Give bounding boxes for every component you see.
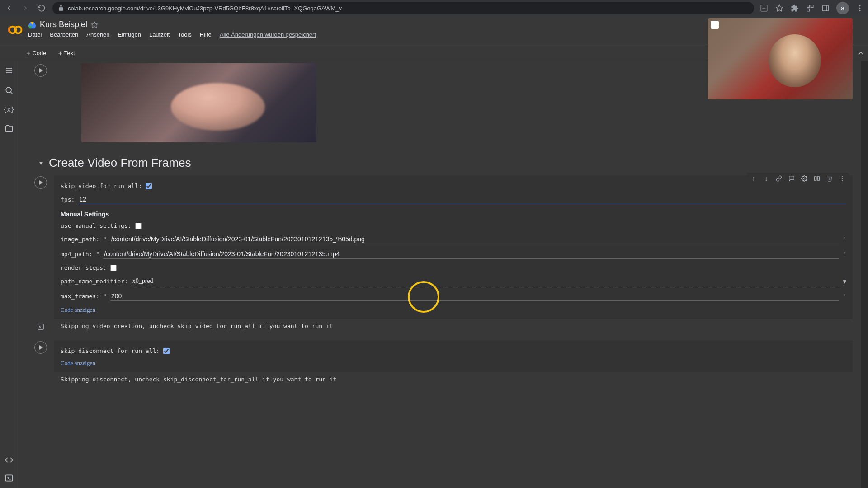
colab-logo-icon[interactable] xyxy=(7,22,24,38)
svg-rect-5 xyxy=(822,5,829,11)
svg-point-7 xyxy=(859,5,861,6)
settings-icon[interactable] xyxy=(800,174,808,183)
skip-disconnect-checkbox[interactable] xyxy=(163,348,170,354)
disconnect-form-cell: skip_disconnect_for_run_all: Code anzeig… xyxy=(27,340,853,372)
quote: " xyxy=(96,251,99,258)
fps-input[interactable] xyxy=(78,195,846,204)
section-title: Create Video From Frames xyxy=(49,156,191,170)
terminal-icon[interactable] xyxy=(5,474,14,483)
menu-help[interactable]: Hilfe xyxy=(200,31,212,38)
webcam-overlay xyxy=(708,18,853,99)
mirror-icon[interactable] xyxy=(813,174,821,183)
quote: " xyxy=(843,236,846,243)
forward-button[interactable] xyxy=(20,3,31,14)
run-button[interactable] xyxy=(34,176,47,189)
svg-rect-27 xyxy=(38,324,43,329)
add-code-button[interactable]: +Code xyxy=(22,48,51,58)
chevron-down-icon[interactable]: ▼ xyxy=(843,278,846,285)
drive-icon xyxy=(28,21,36,29)
output-text: Skipping disconnect, uncheck skip_discon… xyxy=(54,374,853,392)
reload-button[interactable] xyxy=(36,3,47,14)
output-image xyxy=(81,63,316,142)
output-icon[interactable] xyxy=(27,321,54,338)
scrollbar[interactable] xyxy=(861,61,868,488)
quote: " xyxy=(103,293,107,300)
star-icon[interactable] xyxy=(775,4,784,13)
output-row: Skipping disconnect, uncheck skip_discon… xyxy=(27,374,853,392)
link-icon[interactable] xyxy=(775,174,783,183)
notebook-content[interactable]: Create Video From Frames ↑ ↓ ⋮ xyxy=(18,61,861,488)
add-text-label: Text xyxy=(64,50,75,56)
menu-view[interactable]: Ansehen xyxy=(86,31,109,38)
account-icon[interactable] xyxy=(806,4,815,13)
collapse-section-icon[interactable] xyxy=(38,160,44,166)
menu-edit[interactable]: Bearbeiten xyxy=(50,31,78,38)
mp4-path-label: mp4_path: xyxy=(61,251,92,258)
toc-icon[interactable] xyxy=(5,66,14,75)
mp4-path-input[interactable] xyxy=(103,249,839,259)
star-outline-icon[interactable] xyxy=(91,21,98,28)
menu-runtime[interactable]: Laufzeit xyxy=(149,31,170,38)
show-code-link[interactable]: Code anzeigen xyxy=(61,304,846,314)
run-button[interactable] xyxy=(34,64,47,77)
collapse-header-icon[interactable] xyxy=(856,49,865,58)
add-text-button[interactable]: +Text xyxy=(53,48,79,58)
move-up-icon[interactable]: ↑ xyxy=(750,174,758,183)
profile-avatar[interactable]: a xyxy=(836,2,849,14)
svg-marker-1 xyxy=(776,5,783,11)
lock-icon xyxy=(58,5,64,11)
install-icon[interactable] xyxy=(760,4,769,13)
menu-file[interactable]: Datei xyxy=(28,31,42,38)
save-status[interactable]: Alle Änderungen wurden gespeichert xyxy=(220,31,316,38)
svg-point-19 xyxy=(6,87,11,93)
video-form-cell: ↑ ↓ ⋮ skip_video_for_run_all: xyxy=(27,175,853,319)
comment-icon[interactable] xyxy=(788,174,796,183)
side-panel-icon[interactable] xyxy=(821,4,830,13)
svg-point-24 xyxy=(803,178,805,179)
files-icon[interactable] xyxy=(5,124,14,133)
skip-video-label: skip_video_for_run_all: xyxy=(61,183,142,189)
search-icon[interactable] xyxy=(5,86,14,95)
more-icon[interactable]: ⋮ xyxy=(838,174,846,183)
move-down-icon[interactable]: ↓ xyxy=(762,174,770,183)
svg-marker-15 xyxy=(91,22,97,28)
menu-insert[interactable]: Einfügen xyxy=(118,31,141,38)
svg-point-8 xyxy=(859,8,861,9)
url-text: colab.research.google.com/drive/13G9KHyM… xyxy=(68,5,342,12)
render-steps-label: render_steps: xyxy=(61,264,107,271)
add-code-label: Code xyxy=(32,50,46,56)
image-path-input[interactable] xyxy=(110,235,839,244)
svg-marker-23 xyxy=(39,162,43,164)
variables-icon[interactable]: {x} xyxy=(3,106,14,113)
svg-rect-25 xyxy=(815,177,816,180)
quote: " xyxy=(843,251,846,258)
manual-settings-header: Manual Settings xyxy=(61,207,846,220)
url-bar[interactable]: colab.research.google.com/drive/13G9KHyM… xyxy=(52,2,754,14)
notebook-title[interactable]: Kurs Beispiel xyxy=(40,20,87,29)
cell-body: ↑ ↓ ⋮ skip_video_for_run_all: xyxy=(54,175,853,319)
quote: " xyxy=(843,293,846,300)
show-code-link[interactable]: Code anzeigen xyxy=(61,357,846,368)
browser-chrome: colab.research.google.com/drive/13G9KHyM… xyxy=(0,0,868,16)
cell-body: skip_disconnect_for_run_all: Code anzeig… xyxy=(54,340,853,372)
code-icon[interactable] xyxy=(5,455,14,465)
chrome-icons: a xyxy=(760,2,864,14)
avatar-initial: a xyxy=(841,5,844,12)
max-frames-input[interactable] xyxy=(110,291,839,301)
webcam-control-icon xyxy=(711,21,719,29)
svg-point-9 xyxy=(859,10,861,11)
skip-video-checkbox[interactable] xyxy=(146,183,152,189)
max-frames-label: max_frames: xyxy=(61,293,99,300)
menu-tools[interactable]: Tools xyxy=(178,31,191,38)
render-steps-checkbox[interactable] xyxy=(110,265,117,271)
path-name-modifier-select[interactable]: x0_pred xyxy=(132,277,840,286)
image-path-label: image_path: xyxy=(61,236,99,243)
back-button[interactable] xyxy=(4,3,14,14)
use-manual-label: use_manual_settings: xyxy=(61,222,132,229)
use-manual-checkbox[interactable] xyxy=(135,223,142,229)
output-text: Skipping video creation, uncheck skip_vi… xyxy=(54,321,853,338)
menu-icon[interactable] xyxy=(855,4,864,13)
extensions-icon[interactable] xyxy=(790,4,799,13)
run-button[interactable] xyxy=(34,341,47,354)
delete-icon[interactable] xyxy=(826,174,834,183)
